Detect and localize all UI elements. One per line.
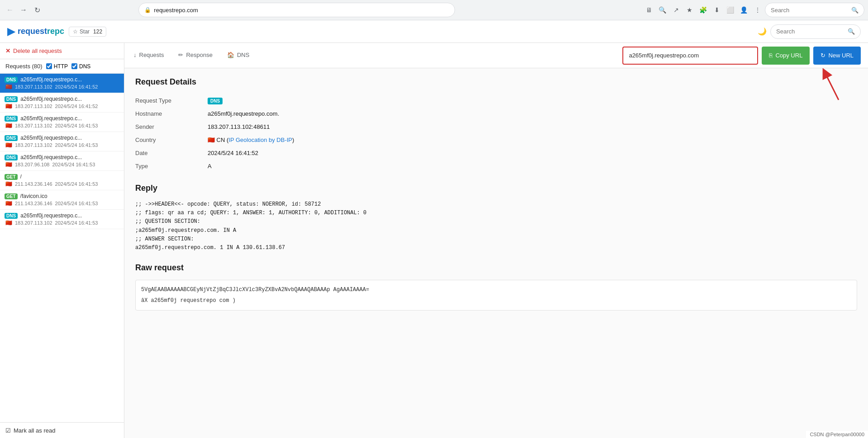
browser-toolbar: ← → ↻ 🔒 requestrepo.com 🖥 🔍 ↗ ★ 🧩 ⬇ ⬜ 👤 … xyxy=(0,0,868,20)
reply-code-line: ;a265mf0j.requestrepo.com. IN A xyxy=(135,226,857,235)
app-search-bar[interactable]: 🔍 xyxy=(770,24,861,39)
requests-filter: Requests (80) HTTP DNS xyxy=(0,59,124,74)
forward-button[interactable]: → xyxy=(17,4,30,16)
address-bar[interactable]: 🔒 requestrepo.com xyxy=(138,3,455,17)
reply-code-line: ;; flags: qr aa ra cd; QUERY: 1, ANSWER:… xyxy=(135,209,857,217)
dns-badge: DNS xyxy=(5,155,18,160)
browser-chrome: ← → ↻ 🔒 requestrepo.com 🖥 🔍 ↗ ★ 🧩 ⬇ ⬜ 👤 … xyxy=(0,0,868,20)
list-item[interactable]: GET / 🇨🇳 211.143.236.146 2024/5/24 16:41… xyxy=(0,171,124,190)
mark-all-read-label: Mark all as read xyxy=(14,427,55,434)
star-button[interactable]: ☆ Star 122 xyxy=(69,27,106,37)
browser-search-input[interactable] xyxy=(771,7,849,14)
browser-search-bar[interactable]: 🔍 xyxy=(765,3,864,17)
content-tabs: ↓ Requests ✏ Response 🏠 DNS xyxy=(132,43,622,68)
req-ip: 183.207.96.108 xyxy=(15,162,49,167)
logo-icon: ▶ xyxy=(7,26,15,38)
dns-badge: DNS xyxy=(5,135,18,141)
req-ip: 183.207.113.102 xyxy=(15,104,52,109)
back-button[interactable]: ← xyxy=(4,4,16,16)
cast-icon[interactable]: 🖥 xyxy=(643,4,655,16)
reply-code-line: ;; ->>HEADER<<- opcode: QUERY, status: N… xyxy=(135,200,857,209)
reply-title: Reply xyxy=(135,184,857,193)
req-ip: 211.143.236.146 xyxy=(15,201,52,206)
app-search-input[interactable] xyxy=(776,28,845,35)
sidebar-footer: ☑ Mark all as read xyxy=(0,422,124,438)
zoom-icon[interactable]: 🔍 xyxy=(656,4,669,16)
content-body: Request Details Request Type DNS Hostnam… xyxy=(124,68,868,438)
tab-dns[interactable]: 🏠 DNS xyxy=(225,43,251,68)
field-label: Sender xyxy=(135,120,208,133)
http-filter-label: HTTP xyxy=(54,63,68,70)
response-tab-icon: ✏ xyxy=(178,52,183,58)
req-host: / xyxy=(20,174,22,180)
reload-button[interactable]: ↻ xyxy=(31,4,43,16)
reply-code-line: ;; QUESTION SECTION: xyxy=(135,217,857,226)
dns-checkbox-input[interactable] xyxy=(71,63,77,69)
req-host: a265mf0j.requestrepo.c... xyxy=(20,96,82,102)
raw-request-box: 5VgAEAABAAAAABCGEyNjVtZjBqC3JlcXVlc3RyZX… xyxy=(135,280,857,311)
table-row: Date 2024/5/24 16:41:52 xyxy=(135,146,857,160)
download-icon[interactable]: ⬇ xyxy=(711,4,723,16)
country-flag: 🇨🇳 xyxy=(208,137,215,143)
new-url-button[interactable]: ↻ New URL xyxy=(813,47,861,65)
share-icon[interactable]: ↗ xyxy=(670,4,683,16)
list-item[interactable]: DNS a265mf0j.requestrepo.c... 🇨🇳 183.207… xyxy=(0,113,124,132)
app-container: ▶ requestrepc ☆ Star 122 🌙 🔍 ✕ Delete al… xyxy=(0,20,868,438)
theme-toggle[interactable]: 🌙 xyxy=(758,27,767,36)
delete-all-button[interactable]: ✕ Delete all requests xyxy=(5,47,62,54)
req-host: /favicon.ico xyxy=(20,193,47,199)
profile-icon[interactable]: 👤 xyxy=(738,4,750,16)
req-host: a265mf0j.requestrepo.c... xyxy=(20,154,82,160)
http-checkbox-input[interactable] xyxy=(46,63,52,69)
delete-all-label: Delete all requests xyxy=(13,47,62,54)
table-row: Type A xyxy=(135,160,857,173)
list-item[interactable]: DNS a265mf0j.requestrepo.c... 🇨🇳 183.207… xyxy=(0,93,124,113)
req-ip: 211.143.236.146 xyxy=(15,181,52,187)
cn-flag: 🇨🇳 xyxy=(5,200,12,207)
http-filter-checkbox[interactable]: HTTP xyxy=(46,63,68,70)
dns-tab-icon: 🏠 xyxy=(227,52,234,58)
field-value: 🇨🇳 CN (IP Geolocation by DB-IP) xyxy=(208,133,857,146)
mark-all-read-button[interactable]: ☑ Mark all as read xyxy=(5,427,55,434)
dns-badge: DNS xyxy=(5,77,18,83)
reply-code-line: ;; ANSWER SECTION: xyxy=(135,235,857,244)
cn-flag: 🇨🇳 xyxy=(5,122,12,129)
req-ip: 183.207.113.102 xyxy=(15,220,52,226)
get-badge: GET xyxy=(5,174,18,180)
req-ip: 183.207.113.102 xyxy=(15,142,52,148)
bookmark-icon[interactable]: ★ xyxy=(683,4,696,16)
cn-flag: 🇨🇳 xyxy=(5,220,12,226)
geo-link[interactable]: IP Geolocation by DB-IP xyxy=(228,137,292,143)
copy-url-button[interactable]: ⎘ Copy URL xyxy=(762,47,810,65)
star-count: 122 xyxy=(93,28,102,35)
window-icon[interactable]: ⬜ xyxy=(724,4,737,16)
list-item[interactable]: GET /favicon.ico 🇨🇳 211.143.236.146 2024… xyxy=(0,190,124,210)
requests-tab-icon: ↓ xyxy=(133,52,137,58)
sidebar-header: ✕ Delete all requests xyxy=(0,43,124,59)
field-label: Type xyxy=(135,160,208,173)
req-ip: 183.207.113.102 xyxy=(15,84,52,89)
extensions-icon[interactable]: 🧩 xyxy=(697,4,710,16)
details-table: Request Type DNS Hostname a265mf0j.reque… xyxy=(135,94,857,173)
app-main-wrapper: ✕ Delete all requests Requests (80) HTTP… xyxy=(0,43,868,438)
list-item[interactable]: DNS a265mf0j.requestrepo.c... 🇨🇳 183.207… xyxy=(0,132,124,151)
list-item[interactable]: DNS a265mf0j.requestrepo.c... 🇨🇳 183.207… xyxy=(0,210,124,229)
list-item[interactable]: DNS a265mf0j.requestrepo.c... 🇨🇳 183.207… xyxy=(0,151,124,171)
field-value: DNS xyxy=(208,94,857,107)
tab-requests[interactable]: ↓ Requests xyxy=(132,43,166,68)
sidebar: ✕ Delete all requests Requests (80) HTTP… xyxy=(0,43,124,438)
page-footer: CSDN @Peterpan00000 xyxy=(806,431,868,438)
dns-badge: DNS xyxy=(208,98,223,104)
app-search-icon: 🔍 xyxy=(848,28,855,35)
copy-url-label: Copy URL xyxy=(775,52,802,59)
reply-code: ;; ->>HEADER<<- opcode: QUERY, status: N… xyxy=(135,200,857,252)
close-icon: ✕ xyxy=(5,47,10,54)
req-time: 2024/5/24 16:41:53 xyxy=(55,123,98,128)
dns-filter-checkbox[interactable]: DNS xyxy=(71,63,90,70)
menu-icon[interactable]: ⋮ xyxy=(751,4,764,16)
tab-response[interactable]: ✏ Response xyxy=(176,43,214,68)
cn-flag: 🇨🇳 xyxy=(5,142,12,148)
list-item[interactable]: DNS a265mf0j.requestrepo.c... 🇨🇳 183.207… xyxy=(0,74,124,93)
get-badge: GET xyxy=(5,193,18,199)
raw-line-1: 5VgAEAABAAAAABCGEyNjVtZjBqC3JlcXVlc3RyZX… xyxy=(141,286,851,294)
